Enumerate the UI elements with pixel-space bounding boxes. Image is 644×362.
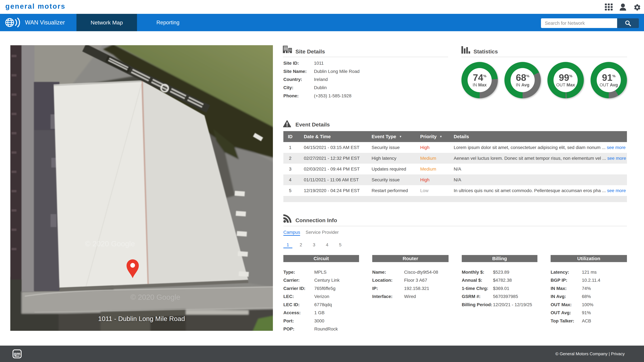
svg-text:© 2020 Google: © 2020 Google [85,240,135,248]
svg-text:1011 - Dublin Long Mile Road: 1011 - Dublin Long Mile Road [98,315,185,323]
svg-text:gm: gm [14,351,20,356]
svg-text:© 2020 Google: © 2020 Google [130,293,180,301]
